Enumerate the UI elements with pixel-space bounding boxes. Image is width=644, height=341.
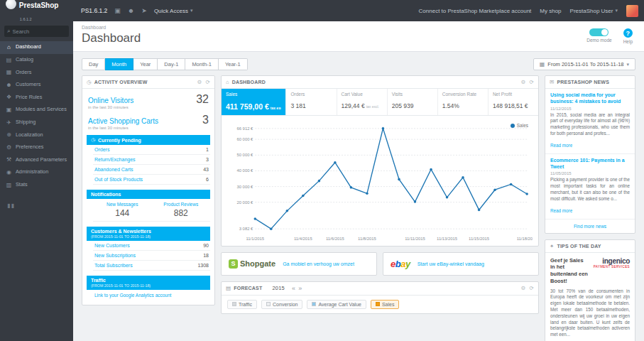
gear-icon[interactable]: ⚙	[197, 79, 202, 85]
kpi-net-profit[interactable]: Net Profit 148 918,51 €	[489, 89, 538, 115]
ebay-promo-link[interactable]: Start uw eBay-winkel vandaag	[417, 261, 484, 266]
tip-body: 30 tot 70% van de consumenten in Europa …	[550, 288, 630, 339]
user-menu-label: PrestaShop User	[570, 8, 613, 14]
kpi-orders[interactable]: Orders 3 181	[286, 89, 337, 115]
user-menu[interactable]: PrestaShop User ▾	[570, 8, 618, 14]
activity-overview-panel: ◷ ACTIVITY OVERVIEW ⚙ ⟳ Online Visitors …	[82, 75, 215, 305]
search-input[interactable]	[12, 28, 62, 35]
find-more-news-link[interactable]: Find more news	[545, 220, 635, 233]
sidebar-item-localization[interactable]: ⊕Localization	[0, 129, 73, 141]
range-year-1-button[interactable]: Year-1	[219, 58, 248, 70]
marketplace-link[interactable]: Connect to PrestaShop Marketplace accoun…	[419, 8, 532, 14]
sidebar-item-catalog[interactable]: ▤Catalog	[0, 54, 73, 67]
sidebar-item-advanced-parameters[interactable]: ⚒Advanced Parameters	[0, 153, 73, 166]
sidebar-item-orders[interactable]: ▦Orders	[0, 66, 73, 79]
forecast-legend-average-cart-value[interactable]: Average Cart Value	[307, 300, 366, 309]
google-analytics-link[interactable]: Link to your Google Analytics account	[93, 290, 210, 301]
range-month-1-button[interactable]: Month-1	[185, 58, 219, 70]
refresh-icon[interactable]: ⟳	[530, 79, 534, 85]
sidebar-item-administration[interactable]: ◉Administration	[0, 166, 73, 179]
range-year-button[interactable]: Year	[133, 58, 158, 70]
ebay-logo: ebay	[391, 259, 410, 269]
read-more-link[interactable]: Read more	[550, 208, 572, 213]
kpi-conversion-rate[interactable]: Conversion Rate 1.54%	[438, 89, 489, 115]
topbar-right: Connect to PrestaShop Marketplace accoun…	[419, 5, 638, 17]
new-messages-cell[interactable]: New Messages 144	[93, 199, 152, 222]
sidebar-item-price-rules[interactable]: ❖Price Rules	[0, 91, 73, 104]
svg-text:11/1/2015: 11/1/2015	[246, 237, 264, 241]
range-day-1-button[interactable]: Day-1	[158, 58, 185, 70]
page-title: Dashboard	[82, 31, 141, 45]
refresh-icon[interactable]: ⟳	[530, 285, 534, 291]
my-shop-link[interactable]: My shop	[540, 8, 561, 14]
news-article-title[interactable]: Ecommerce 101: Payments in a Tweet	[550, 158, 630, 170]
sidebar-item-label: Dashboard	[16, 44, 41, 50]
date-range-picker[interactable]: ▦ From 2015-11-01 To 2015-11-18 ▾	[533, 58, 635, 70]
brand-name: PrestaShop	[19, 1, 59, 9]
breadcrumb[interactable]: Dashboard	[82, 25, 141, 30]
range-month-button[interactable]: Month	[105, 58, 133, 70]
help-label: Help	[623, 39, 633, 44]
range-day-button[interactable]: Day	[82, 58, 105, 70]
pending-orders-row[interactable]: Orders1	[93, 145, 210, 155]
forecast-legend-conversion[interactable]: Conversion	[261, 300, 302, 309]
refresh-icon[interactable]: ⟳	[206, 79, 210, 85]
home-icon: ⌂	[226, 79, 229, 85]
sidebar-item-modules[interactable]: ▣Modules and Services	[0, 104, 73, 117]
read-more-link[interactable]: Read more	[550, 143, 572, 148]
shopgate-promo[interactable]: S Shopgate Ga mobiel en verhoog uw omzet	[221, 252, 377, 276]
shopgate-promo-link[interactable]: Ga mobiel en verhoog uw omzet	[283, 261, 354, 266]
main-content: Dashboard Dashboard Demo mode ? Help	[73, 21, 644, 341]
online-visitors-row[interactable]: Online Visitors 32	[82, 89, 214, 106]
abandoned-carts-row[interactable]: Abandoned Carts43	[93, 165, 210, 175]
sidebar-collapse-button[interactable]: ▮▮	[0, 202, 73, 209]
new-subscriptions-row[interactable]: New Subscriptions18	[93, 251, 210, 261]
gear-icon[interactable]: ⚙	[521, 285, 526, 291]
shopgate-logo-icon: S	[229, 259, 238, 269]
product-reviews-cell[interactable]: Product Reviews 882	[152, 199, 211, 222]
total-subscribers-row[interactable]: Total Subscribers1308	[93, 261, 210, 271]
quick-access-menu[interactable]: Quick Access ▾	[154, 8, 193, 14]
news-article-title[interactable]: Using social media for your business: 4 …	[550, 92, 630, 105]
news-article: Using social media for your business: 4 …	[545, 89, 635, 154]
prestashop-logo[interactable]: PrestaShop 1.6.1.2	[6, 0, 74, 23]
clock-icon: ◷	[91, 137, 95, 143]
sidebar-item-dashboard[interactable]: ⌂Dashboard	[0, 41, 73, 54]
calendar-icon: ▦	[540, 61, 545, 67]
sidebar-item-stats[interactable]: ▥Stats	[0, 179, 73, 192]
clock-icon: ◷	[87, 79, 92, 85]
out-of-stock-row[interactable]: Out of Stock Products6	[93, 175, 210, 185]
launch-icon[interactable]: ➤	[141, 7, 147, 14]
sidebar: ⌕ ⌂Dashboard ▤Catalog ▦Orders ☻Customers…	[0, 21, 73, 341]
kpi-sales[interactable]: Sales 411 759,00 €tax excl.	[222, 89, 286, 115]
forecast-legend-traffic[interactable]: Traffic	[227, 300, 257, 309]
kpi-cart-value[interactable]: Cart Value 129,44 €tax excl.	[337, 89, 388, 115]
kpi-visits[interactable]: Visits 205 939	[388, 89, 438, 115]
ingenico-logo[interactable]: ingenico PAYMENT SERVICES	[594, 257, 630, 269]
sidebar-item-preferences[interactable]: ⚙Preferences	[0, 141, 73, 154]
forecast-legend: Traffic Conversion Average Cart Value Sa…	[222, 296, 538, 313]
ebay-promo[interactable]: ebay Start uw eBay-winkel vandaag	[383, 252, 539, 276]
shop-name[interactable]: PS1.6.1.2	[81, 7, 107, 14]
gear-icon[interactable]: ⚙	[521, 79, 526, 85]
avatar[interactable]	[626, 5, 638, 17]
customers-icon: ☻	[6, 82, 12, 89]
tip-icon: ✦	[550, 243, 554, 249]
shop-icon[interactable]: ▣	[114, 7, 121, 14]
profile-icon[interactable]: ☻	[128, 7, 134, 14]
demo-mode-toggle[interactable]	[589, 28, 608, 36]
new-customers-row[interactable]: New Customers90	[93, 241, 210, 251]
svg-text:11/18/2015: 11/18/2015	[517, 237, 533, 241]
sidebar-search[interactable]: ⌕	[4, 26, 69, 37]
sidebar-item-shipping[interactable]: ✈Shipping	[0, 117, 73, 129]
forecast-legend-sales[interactable]: Sales	[371, 300, 400, 309]
active-carts-row[interactable]: Active Shopping Carts 3	[82, 109, 214, 126]
forecast-next-icon[interactable]: »	[298, 285, 302, 292]
sidebar-item-customers[interactable]: ☻Customers	[0, 79, 73, 92]
notifications-header: Notifications	[87, 190, 210, 199]
pending-returns-row[interactable]: Return/Exchanges3	[93, 155, 210, 165]
demo-mode-control: Demo mode	[586, 28, 611, 43]
chart-legend[interactable]: Sales	[511, 123, 528, 128]
help-icon[interactable]: ?	[623, 28, 633, 38]
forecast-prev-icon[interactable]: «	[292, 285, 295, 292]
